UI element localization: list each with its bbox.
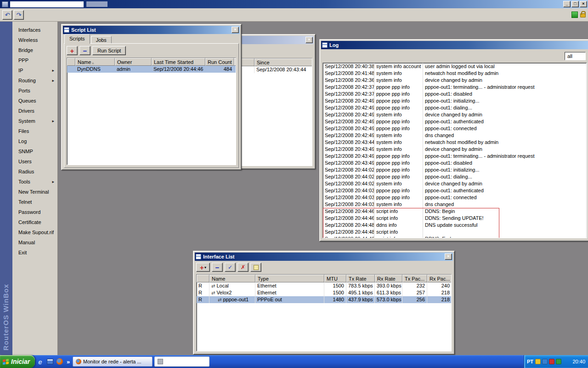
sidebar-item-new-terminal[interactable]: New Terminal [12, 187, 57, 197]
log-row[interactable]: Sep/12/2008 20:44:48ddns infoDNS update … [323, 222, 587, 229]
sidebar-item-users[interactable]: Users [12, 156, 57, 167]
sidebar-item-routing[interactable]: Routing▸ [12, 75, 57, 86]
interface-row[interactable]: R⇄Velox2Ethernet1500495.1 kbps611.3 kbps… [197, 289, 451, 296]
script-list-titlebar[interactable]: Script List × [63, 26, 240, 34]
sidebar-item-tools[interactable]: Tools▸ [12, 177, 57, 187]
sidebar-item-interfaces[interactable]: Interfaces [12, 25, 57, 35]
log-row[interactable]: Sep/12/2008 20:42:49pppoe ppp infopppoe-… [323, 104, 587, 111]
remove-script-button[interactable]: − [79, 46, 90, 55]
sidebar-item-drivers[interactable]: Drivers [12, 106, 57, 116]
sidebar-item-system[interactable]: System▸ [12, 116, 57, 126]
log-row[interactable]: Sep/12/2008 20:44:02pppoe ppp infopppoe-… [323, 173, 587, 180]
sidebar-item-ports[interactable]: Ports [12, 86, 57, 96]
log-row[interactable]: Sep/12/2008 20:44:03pppoe ppp infopppoe-… [323, 194, 587, 201]
antivirus-icon[interactable] [556, 359, 561, 364]
sidebar-item-ip[interactable]: IP▸ [12, 65, 57, 75]
sidebar-item-radius[interactable]: Radius [12, 167, 57, 177]
add-interface-button[interactable]: +▾ [196, 263, 210, 272]
enable-interface-button[interactable]: ✓ [225, 263, 236, 272]
redo-button[interactable]: ↷ [14, 10, 24, 20]
log-row[interactable]: Sep/12/2008 20:42:36system infodevice ch… [323, 77, 587, 84]
sidebar-item-manual[interactable]: Manual [12, 237, 57, 247]
log-row[interactable]: Sep/12/2008 20:44:02system infodevice ch… [323, 180, 587, 187]
disable-interface-button[interactable]: ✗ [237, 263, 249, 272]
log-row[interactable]: Sep/12/2008 20:44:48script info [323, 229, 587, 236]
tab-jobs[interactable]: Jobs [91, 36, 112, 44]
log-row[interactable]: Sep/12/2008 20:43:49pppoe ppp infopppoe-… [323, 153, 587, 160]
log-row[interactable]: Sep/12/2008 20:44:03pppoe ppp infopppoe-… [323, 187, 587, 194]
minimize-button[interactable]: _ [563, 1, 571, 7]
network-icon[interactable] [542, 359, 548, 364]
taskbar-task-monitor[interactable]: Monitor de rede - alerta ... [73, 356, 153, 367]
log-row[interactable]: Sep/12/2008 20:41:48system infonetwatch … [323, 70, 587, 77]
column-header-blank[interactable] [197, 275, 209, 282]
column-header-rx-rate[interactable]: Rx Rate [375, 275, 402, 282]
log-row[interactable]: Sep/12/2008 20:43:49system infodevice ch… [323, 146, 587, 153]
script-row[interactable]: DynDDNSadminSep/12/2008 20:44:46484 [67, 66, 236, 73]
log-row[interactable]: Sep/12/2008 20:42:49system infodevice ch… [323, 111, 587, 118]
column-header-name[interactable]: Name▵ [75, 58, 115, 66]
column-header-last-time-started[interactable]: Last Time Started [152, 58, 205, 66]
close-button[interactable]: × [580, 1, 587, 7]
sidebar-item-exit[interactable]: Exit [12, 247, 57, 258]
log-row[interactable]: Sep/12/2008 20:40:38system info accountu… [323, 63, 587, 70]
log-titlebar[interactable]: Log [321, 41, 588, 49]
interface-row[interactable]: R⇄LocalEthernet1500783.5 kbps393.0 kbps2… [197, 282, 451, 289]
internet-explorer-icon[interactable]: e [37, 358, 44, 365]
column-header-tx-rate[interactable]: Tx Rate [346, 275, 375, 282]
tab-scripts[interactable]: Scripts [64, 34, 90, 44]
update-icon[interactable] [535, 359, 541, 364]
security-alert-icon[interactable] [549, 359, 554, 364]
sidebar-item-bridge[interactable]: Bridge [12, 45, 57, 55]
firefox-quicklaunch-icon[interactable] [56, 358, 63, 365]
run-script-button[interactable]: Run Script [92, 46, 126, 55]
log-row[interactable]: Sep/12/2008 20:44:03system infodns chang… [323, 201, 587, 208]
log-row[interactable]: Sep/12/2008 20:43:49pppoe ppp infopppoe-… [323, 160, 587, 167]
interface-list-titlebar[interactable]: Interface List × [195, 253, 453, 261]
sidebar-item-files[interactable]: Files [12, 126, 57, 136]
language-indicator[interactable]: PT [527, 359, 533, 364]
torch-button[interactable] [250, 263, 261, 272]
column-header-owner[interactable]: Owner [115, 58, 152, 66]
log-window[interactable]: Log all Sep/12/2008 20:40:38system info … [319, 39, 588, 242]
interface-list-window[interactable]: Interface List × +▾ − ✓ ✗ NameTypeMTUTx … [193, 251, 455, 355]
sidebar-item-password[interactable]: Password [12, 207, 57, 217]
log-row[interactable]: Sep/12/2008 20:43:44system infonetwatch … [323, 139, 587, 146]
sidebar-item-ppp[interactable]: PPP [12, 55, 57, 65]
quicklaunch-overflow-chevron[interactable]: » [67, 358, 70, 365]
column-header-since[interactable]: Since [254, 58, 312, 66]
maximize-button[interactable]: □ [571, 1, 579, 7]
script-list-close-button[interactable]: × [232, 27, 239, 33]
sidebar-item-snmp[interactable]: SNMP [12, 146, 57, 156]
log-row[interactable]: Sep/12/2008 20:44:46script infoDDNS: Beg… [323, 208, 587, 215]
sidebar-item-certificate[interactable]: Certificate [12, 217, 57, 227]
start-button[interactable]: Iniciar [0, 355, 35, 368]
add-script-button[interactable]: + [67, 46, 78, 55]
remove-interface-button[interactable]: − [212, 263, 223, 272]
log-row[interactable]: Sep/12/2008 20:42:49pppoe ppp infopppoe-… [323, 118, 587, 125]
log-row[interactable]: Sep/12/2008 20:44:02pppoe ppp infopppoe-… [323, 167, 587, 173]
sidebar-item-telnet[interactable]: Telnet [12, 197, 57, 207]
sidebar-item-queues[interactable]: Queues [12, 96, 57, 106]
column-header-mtu[interactable]: MTU [324, 275, 346, 282]
column-header-tx-pac[interactable]: Tx Pac... [402, 275, 427, 282]
column-header-blank[interactable] [67, 58, 75, 66]
log-row[interactable]: Sep/12/2008 20:42:37pppoe ppp infopppoe-… [323, 84, 587, 91]
interface-row[interactable]: R⇄pppoe-out1PPPoE out1480437.9 kbps573.0… [197, 296, 451, 303]
log-row[interactable]: Sep/12/2008 20:44:46script infoDDNS: Sen… [323, 215, 587, 222]
since-close-button[interactable]: × [305, 37, 313, 43]
sidebar-item-log[interactable]: Log [12, 136, 57, 146]
sidebar-item-make-supout-rif[interactable]: Make Supout.rif [12, 227, 57, 237]
log-row[interactable]: Sep/12/2008 20:42:49pppoe ppp infopppoe-… [323, 125, 587, 132]
column-header-type[interactable]: Type [255, 275, 324, 282]
log-row[interactable]: Sep/12/2008 20:42:49system infodns chang… [323, 132, 587, 139]
script-list-window[interactable]: Script List × ScriptsJobs + − Run Script… [61, 24, 242, 170]
taskbar-clock[interactable]: 20:40 [572, 359, 585, 364]
log-row[interactable]: Sep/12/2008 20:44:48script infoDDNS: End [323, 236, 587, 238]
column-header-rx-pac[interactable]: Rx Pac... [427, 275, 452, 282]
log-filter-dropdown[interactable]: all [565, 52, 586, 60]
launch-window-icon[interactable] [46, 358, 53, 365]
sidebar-item-wireless[interactable]: Wireless [12, 35, 57, 45]
taskbar-task-redacted[interactable] [154, 356, 209, 367]
log-row[interactable]: Sep/12/2008 20:42:37pppoe ppp infopppoe-… [323, 91, 587, 98]
